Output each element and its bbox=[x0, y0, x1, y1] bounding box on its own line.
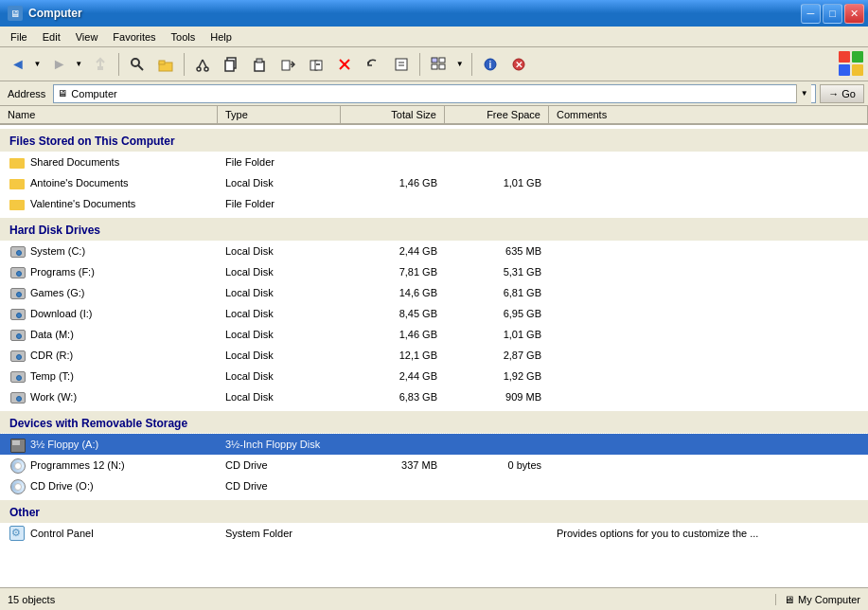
svg-rect-32 bbox=[852, 51, 863, 63]
col-header-name[interactable]: Name bbox=[0, 106, 218, 123]
list-item[interactable]: Programs (F:) Local Disk 7,81 GB 5,31 GB bbox=[0, 261, 868, 282]
extra-btn-2[interactable]: ✕ bbox=[505, 51, 532, 78]
section-header-hdd: Hard Disk Drives bbox=[0, 218, 868, 241]
list-item[interactable]: CD Drive (O:) CD Drive bbox=[0, 475, 868, 496]
control-panel-icon bbox=[9, 526, 25, 541]
list-item[interactable]: Programmes 12 (N:) CD Drive 337 MB 0 byt… bbox=[0, 455, 868, 475]
file-name-c: System (C:) bbox=[0, 242, 218, 260]
address-text[interactable]: Computer bbox=[71, 88, 792, 99]
menu-tools[interactable]: Tools bbox=[165, 28, 203, 45]
file-free-valentine bbox=[445, 202, 549, 206]
title-bar: 🖥 Computer ─ □ ✕ bbox=[0, 0, 868, 27]
file-name-f: Programs (F:) bbox=[0, 262, 218, 281]
main-content: Name Type Total Size Free Space Comments… bbox=[0, 106, 868, 587]
file-name-i: Download (I:) bbox=[0, 304, 218, 323]
maximize-button[interactable]: □ bbox=[823, 4, 842, 24]
file-type-antoine: Local Disk bbox=[218, 175, 341, 190]
menu-favorites[interactable]: Favorites bbox=[106, 28, 162, 45]
svg-rect-0 bbox=[97, 66, 103, 70]
list-item[interactable]: Download (I:) Local Disk 8,45 GB 6,95 GB bbox=[0, 303, 868, 324]
status-system-label: My Computer bbox=[798, 594, 860, 605]
svg-rect-31 bbox=[839, 51, 850, 63]
extra-btn-1[interactable]: i bbox=[477, 51, 504, 78]
status-objects-count: 15 objects bbox=[8, 594, 775, 605]
svg-rect-13 bbox=[282, 61, 290, 70]
status-right: 🖥 My Computer bbox=[775, 594, 860, 605]
go-icon: → bbox=[828, 88, 839, 99]
list-item[interactable]: Work (W:) Local Disk 6,83 GB 909 MB bbox=[0, 386, 868, 407]
col-header-total-size[interactable]: Total Size bbox=[341, 106, 445, 123]
properties-button[interactable] bbox=[388, 51, 415, 78]
list-item[interactable]: Valentine's Documents File Folder bbox=[0, 193, 868, 214]
list-item[interactable]: 3½ Floppy (A:) 3½-Inch Floppy Disk bbox=[0, 434, 868, 455]
list-spacer bbox=[0, 544, 868, 582]
my-computer-icon: 🖥 bbox=[784, 594, 794, 605]
up-button[interactable] bbox=[87, 51, 114, 78]
list-item[interactable]: Control Panel System Folder Provides opt… bbox=[0, 523, 868, 544]
column-headers: Name Type Total Size Free Space Comments bbox=[0, 106, 868, 125]
minimize-button[interactable]: ─ bbox=[801, 4, 821, 24]
svg-rect-33 bbox=[839, 64, 850, 76]
list-item[interactable]: CDR (R:) Local Disk 12,1 GB 2,87 GB bbox=[0, 345, 868, 366]
menu-file[interactable]: File bbox=[4, 28, 34, 45]
hdd-icon bbox=[9, 368, 25, 384]
svg-rect-23 bbox=[432, 58, 437, 63]
hdd-icon bbox=[9, 243, 25, 259]
close-button[interactable]: ✕ bbox=[844, 4, 864, 24]
back-button[interactable]: ◄ bbox=[4, 51, 32, 78]
file-size-valentine bbox=[341, 202, 445, 206]
file-name-r: CDR (R:) bbox=[0, 346, 218, 365]
views-dropdown[interactable]: ▼ bbox=[453, 51, 467, 78]
views-button[interactable] bbox=[425, 51, 452, 78]
svg-rect-26 bbox=[439, 64, 445, 69]
list-item[interactable]: System (C:) Local Disk 2,44 GB 635 MB bbox=[0, 241, 868, 261]
search-button[interactable] bbox=[124, 51, 151, 78]
file-list: Name Type Total Size Free Space Comments… bbox=[0, 106, 868, 587]
hdd-icon bbox=[9, 327, 25, 342]
back-dropdown[interactable]: ▼ bbox=[32, 51, 44, 78]
address-computer-icon: 🖥 bbox=[58, 88, 67, 99]
back-button-group: ◄ ▼ bbox=[4, 51, 44, 78]
svg-rect-4 bbox=[159, 61, 165, 64]
windows-logo bbox=[838, 50, 864, 79]
forward-button[interactable]: ► bbox=[45, 51, 74, 78]
forward-dropdown[interactable]: ▼ bbox=[74, 51, 85, 78]
list-item[interactable]: Data (M:) Local Disk 1,46 GB 1,01 GB bbox=[0, 324, 868, 345]
file-type-shared: File Folder bbox=[218, 154, 341, 170]
move-button[interactable] bbox=[275, 51, 301, 78]
svg-rect-24 bbox=[439, 58, 445, 63]
address-bar: Address 🖥 Computer ▼ → Go bbox=[0, 81, 868, 106]
file-name-antoine: Antoine's Documents bbox=[0, 173, 218, 192]
col-header-free-space[interactable]: Free Space bbox=[445, 106, 549, 123]
svg-rect-34 bbox=[852, 64, 863, 76]
cut-button[interactable] bbox=[189, 51, 216, 78]
col-header-type[interactable]: Type bbox=[218, 106, 341, 123]
list-item[interactable]: Temp (T:) Local Disk 2,44 GB 1,92 GB bbox=[0, 366, 868, 386]
address-dropdown-button[interactable]: ▼ bbox=[796, 84, 811, 103]
paste-button[interactable] bbox=[246, 51, 273, 78]
list-item[interactable]: Games (G:) Local Disk 14,6 GB 6,81 GB bbox=[0, 282, 868, 303]
go-button[interactable]: → Go bbox=[820, 84, 864, 103]
status-bar: 15 objects 🖥 My Computer bbox=[0, 587, 868, 610]
menu-edit[interactable]: Edit bbox=[36, 28, 67, 45]
menu-help[interactable]: Help bbox=[204, 28, 239, 45]
svg-rect-20 bbox=[396, 59, 407, 70]
folders-button[interactable] bbox=[152, 51, 179, 78]
svg-point-5 bbox=[197, 67, 201, 71]
toolbar: ◄ ▼ ► ▼ bbox=[0, 47, 868, 81]
list-item[interactable]: Antoine's Documents Local Disk 1,46 GB 1… bbox=[0, 172, 868, 193]
copy-to-button[interactable] bbox=[303, 51, 329, 78]
undo-button[interactable] bbox=[360, 51, 386, 78]
file-comments-shared bbox=[549, 160, 868, 164]
list-item[interactable]: Shared Documents File Folder bbox=[0, 152, 868, 172]
section-header-removable: Devices with Removable Storage bbox=[0, 411, 868, 434]
col-header-comments[interactable]: Comments bbox=[549, 106, 868, 123]
delete-button[interactable] bbox=[331, 51, 358, 78]
file-comments-valentine bbox=[549, 202, 868, 206]
folder-icon bbox=[9, 175, 25, 190]
file-name-shared: Shared Documents bbox=[0, 152, 218, 171]
menu-view[interactable]: View bbox=[69, 28, 105, 45]
svg-text:i: i bbox=[488, 60, 491, 70]
copy-button[interactable] bbox=[218, 51, 244, 78]
folder-icon bbox=[9, 154, 25, 170]
